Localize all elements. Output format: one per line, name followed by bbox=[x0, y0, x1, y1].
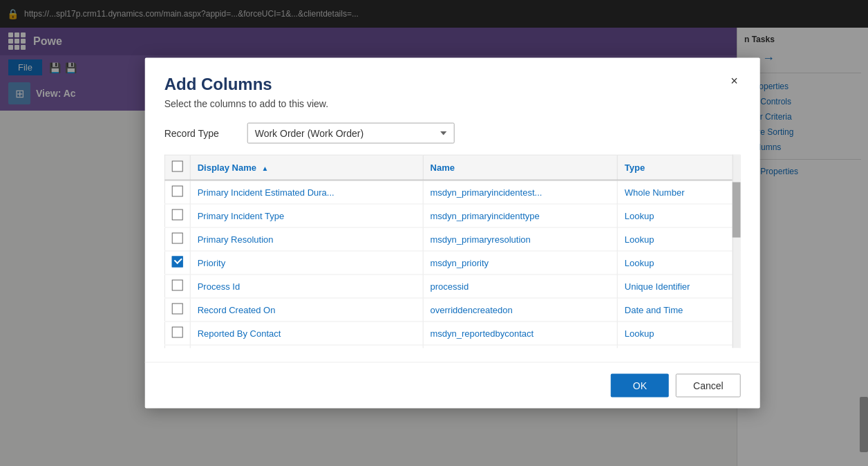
row-checkbox-cell bbox=[164, 180, 190, 205]
row-display-name[interactable]: Priority bbox=[190, 251, 423, 274]
header-type[interactable]: Type bbox=[617, 155, 740, 180]
table-row: Process Id processid Unique Identifier bbox=[164, 274, 740, 298]
table-row: Sales Tax Code msdyn_taxcode Lookup bbox=[164, 345, 740, 348]
row-checkbox-cell bbox=[164, 298, 190, 321]
add-columns-dialog: Add Columns Select the columns to add to… bbox=[145, 58, 760, 409]
row-display-name[interactable]: Primary Incident Type bbox=[190, 204, 423, 227]
dialog-subtitle: Select the columns to add to this view. bbox=[164, 98, 741, 109]
record-type-row: Record Type Work Order (Work Order) bbox=[164, 123, 741, 144]
dialog-footer: OK Cancel bbox=[145, 362, 760, 409]
row-name[interactable]: msdyn_primaryincidentest... bbox=[423, 180, 617, 205]
row-type: Lookup bbox=[617, 204, 740, 227]
row-checkbox[interactable] bbox=[172, 186, 183, 197]
header-name[interactable]: Name bbox=[423, 155, 617, 180]
select-all-checkbox[interactable] bbox=[172, 161, 183, 172]
record-type-select[interactable]: Work Order (Work Order) bbox=[247, 123, 455, 144]
row-name[interactable]: overriddencreatedon bbox=[423, 298, 617, 321]
columns-table: Display Name ▲ Name Type bbox=[164, 155, 741, 348]
row-display-name[interactable]: Record Created On bbox=[190, 298, 423, 321]
scrollbar-track[interactable] bbox=[733, 155, 741, 348]
table-row: Record Created On overriddencreatedon Da… bbox=[164, 298, 740, 321]
table-row: Primary Incident Type msdyn_primaryincid… bbox=[164, 204, 740, 227]
row-type: Unique Identifier bbox=[617, 274, 740, 298]
row-checkbox-cell bbox=[164, 251, 190, 274]
columns-table-wrapper: Display Name ▲ Name Type bbox=[164, 155, 741, 348]
row-name[interactable]: msdyn_reportedbycontact bbox=[423, 321, 617, 345]
row-checkbox[interactable] bbox=[172, 280, 183, 291]
header-checkbox-col bbox=[164, 155, 190, 180]
row-display-name[interactable]: Sales Tax Code bbox=[190, 345, 423, 348]
sort-asc-icon: ▲ bbox=[262, 165, 269, 172]
row-checkbox-cell bbox=[164, 321, 190, 345]
table-row: Priority msdyn_priority Lookup bbox=[164, 251, 740, 274]
row-name[interactable]: processid bbox=[423, 274, 617, 298]
row-checkbox-cell bbox=[164, 345, 190, 348]
dialog-title: Add Columns bbox=[164, 75, 741, 94]
row-checkbox[interactable] bbox=[172, 209, 183, 221]
row-display-name[interactable]: Reported By Contact bbox=[190, 321, 423, 345]
row-name[interactable]: msdyn_priority bbox=[423, 251, 617, 274]
record-type-label: Record Type bbox=[164, 128, 234, 139]
table-header: Display Name ▲ Name Type bbox=[164, 155, 740, 180]
row-display-name[interactable]: Primary Incident Estimated Dura... bbox=[190, 180, 423, 205]
row-type: Date and Time bbox=[617, 298, 740, 321]
row-checkbox[interactable] bbox=[172, 233, 183, 244]
row-type: Lookup bbox=[617, 227, 740, 251]
row-type: Lookup bbox=[617, 321, 740, 345]
dialog-body: Record Type Work Order (Work Order) Disp… bbox=[145, 123, 760, 362]
row-checkbox[interactable] bbox=[172, 257, 183, 268]
dialog-header: Add Columns Select the columns to add to… bbox=[145, 58, 760, 109]
table-body: Primary Incident Estimated Dura... msdyn… bbox=[164, 180, 740, 348]
row-name[interactable]: msdyn_primaryresolution bbox=[423, 227, 617, 251]
table-row: Primary Incident Estimated Dura... msdyn… bbox=[164, 180, 740, 205]
row-checkbox[interactable] bbox=[172, 327, 183, 338]
row-checkbox-cell bbox=[164, 274, 190, 298]
row-display-name[interactable]: Process Id bbox=[190, 274, 423, 298]
row-checkbox-cell bbox=[164, 227, 190, 251]
row-type: Whole Number bbox=[617, 180, 740, 205]
row-name[interactable]: msdyn_primaryincidenttype bbox=[423, 204, 617, 227]
header-display-name[interactable]: Display Name ▲ bbox=[190, 155, 423, 180]
table-row: Primary Resolution msdyn_primaryresoluti… bbox=[164, 227, 740, 251]
row-type: Lookup bbox=[617, 345, 740, 348]
row-display-name[interactable]: Primary Resolution bbox=[190, 227, 423, 251]
close-button[interactable]: × bbox=[725, 72, 744, 90]
cancel-button[interactable]: Cancel bbox=[676, 374, 741, 398]
row-name[interactable]: msdyn_taxcode bbox=[423, 345, 617, 348]
ok-button[interactable]: OK bbox=[611, 374, 669, 398]
row-type: Lookup bbox=[617, 251, 740, 274]
row-checkbox[interactable] bbox=[172, 304, 183, 315]
row-checkbox-cell bbox=[164, 204, 190, 227]
table-row: Reported By Contact msdyn_reportedbycont… bbox=[164, 321, 740, 345]
scrollbar-thumb[interactable] bbox=[733, 183, 741, 238]
